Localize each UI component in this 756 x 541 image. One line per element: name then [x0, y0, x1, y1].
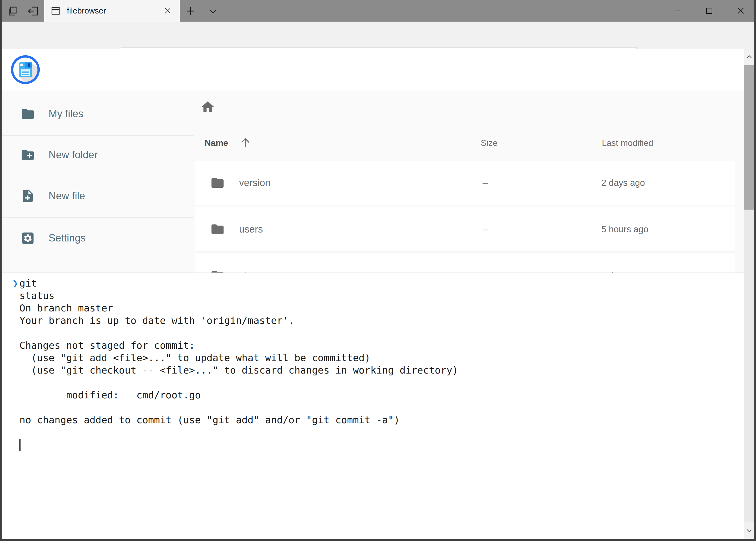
file-modified: 5 hours ago	[601, 207, 648, 251]
new-file-icon	[21, 189, 35, 204]
sidebar-divider	[2, 135, 194, 136]
sidebar-item-label: Settings	[49, 226, 86, 250]
file-row-version[interactable]: version – 2 days ago	[195, 161, 735, 205]
file-list: version – 2 days ago users – 5 hours ago…	[195, 161, 735, 272]
home-breadcrumb-icon	[200, 99, 216, 115]
tab-bar: filebrowser	[0, 0, 756, 22]
window-border-left	[0, 0, 2, 541]
sidebar-divider	[2, 218, 194, 218]
new-tab-button[interactable]	[184, 5, 197, 17]
window-border-bottom	[0, 539, 756, 541]
scroll-down-button[interactable]	[744, 522, 754, 539]
file-size: –	[483, 207, 488, 251]
file-name: users	[239, 207, 263, 251]
column-header-name[interactable]: Name	[205, 136, 228, 149]
minimize-button[interactable]	[669, 4, 687, 18]
file-size: –	[483, 254, 488, 272]
folder-icon	[210, 222, 225, 237]
file-row-users[interactable]: users – 5 hours ago	[195, 207, 735, 251]
sort-ascending-icon[interactable]	[239, 136, 252, 148]
terminal-panel[interactable]: ❯ git status On branch master Your branc…	[2, 272, 744, 539]
chevron-down-icon	[207, 6, 218, 16]
column-header-size[interactable]: Size	[481, 136, 497, 149]
new-tab-icon	[185, 5, 196, 17]
tab-preview-icon	[7, 5, 19, 17]
set-tabs-aside-icon	[27, 5, 39, 17]
sidebar-item-new-file[interactable]: New file	[2, 184, 194, 208]
new-folder-icon	[21, 148, 35, 162]
column-header-modified[interactable]: Last modified	[602, 136, 653, 149]
scrollbar-thumb[interactable]	[744, 65, 754, 210]
file-row-storage[interactable]: storage – 2 days ago	[195, 254, 735, 272]
folder-icon	[210, 269, 225, 272]
navigation-bar: filebrowser.web/files/	[0, 22, 756, 49]
maximize-icon	[705, 6, 714, 15]
close-icon	[735, 6, 746, 16]
file-modified: 2 days ago	[601, 254, 645, 272]
file-name: storage	[239, 254, 272, 272]
file-name: version	[239, 161, 270, 205]
file-size: –	[483, 161, 488, 205]
scroll-up-button[interactable]	[744, 49, 754, 65]
set-tabs-aside-button[interactable]	[26, 5, 40, 17]
content-area: My files New folder New file Settings	[2, 91, 744, 272]
prompt-chevron-icon: ❯	[12, 277, 18, 289]
terminal-output: On branch master Your branch is up to da…	[19, 289, 458, 426]
sidebar-item-label: My files	[49, 102, 84, 126]
page-icon	[50, 5, 61, 16]
tab-title: filebrowser	[67, 6, 106, 15]
minimize-icon	[673, 6, 683, 16]
app-toolbar	[2, 49, 744, 91]
folder-icon	[210, 176, 225, 190]
breadcrumb-home-button[interactable]	[200, 99, 216, 116]
sidebar-item-label: New folder	[49, 143, 98, 167]
terminal-cursor	[19, 439, 21, 451]
file-modified: 2 days ago	[601, 161, 645, 205]
sidebar-item-label: New file	[49, 184, 85, 208]
close-window-button[interactable]	[732, 4, 749, 18]
sidebar-item-my-files[interactable]: My files	[2, 102, 194, 126]
gear-icon	[21, 231, 35, 246]
breadcrumb-divider	[195, 122, 735, 122]
browser-tab[interactable]: filebrowser	[44, 0, 180, 22]
close-tab-icon[interactable]	[163, 6, 172, 15]
sidebar-item-settings[interactable]: Settings	[2, 226, 194, 250]
maximize-button[interactable]	[701, 4, 718, 18]
page-scrollbar	[744, 49, 754, 539]
window-border-right	[754, 0, 756, 541]
filebrowser-logo[interactable]	[10, 55, 41, 85]
tab-menu-button[interactable]	[207, 6, 219, 17]
folder-icon	[21, 107, 35, 121]
tab-preview-button[interactable]	[6, 5, 19, 17]
browser-window: filebrowser	[0, 0, 756, 541]
sidebar-item-new-folder[interactable]: New folder	[2, 143, 194, 167]
